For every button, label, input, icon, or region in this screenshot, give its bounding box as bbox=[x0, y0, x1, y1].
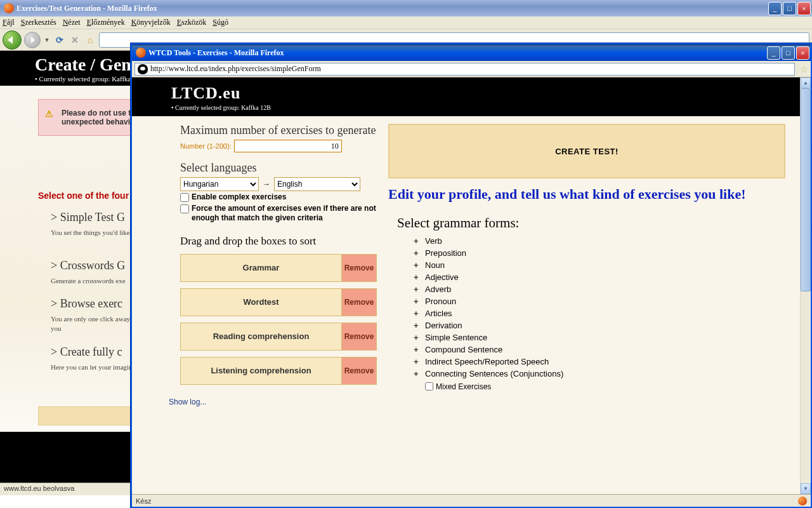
bg-option-crosswords[interactable]: > Crosswords G Generate a crosswords exe bbox=[51, 259, 126, 286]
fore-titlebar[interactable]: WTCD Tools - Exercises - Mozilla Firefox… bbox=[132, 44, 811, 61]
remove-button[interactable]: Remove bbox=[342, 289, 376, 316]
scroll-up-button[interactable]: ▲ bbox=[801, 77, 811, 88]
status-text: Kész bbox=[136, 497, 151, 505]
menu-help[interactable]: Súgó bbox=[213, 18, 228, 27]
drag-drop-label: Drag and drop the boxes to sort bbox=[180, 235, 377, 248]
firefox-icon bbox=[4, 3, 14, 13]
scroll-down-button[interactable]: ▼ bbox=[801, 483, 811, 494]
bg-select-heading: Select one of the four bbox=[38, 190, 129, 201]
minimize-button[interactable]: _ bbox=[767, 46, 780, 60]
grammar-item[interactable]: Derivation bbox=[414, 319, 785, 331]
sort-box-label: Reading comprehension bbox=[181, 323, 342, 350]
fore-url-bar[interactable]: http://www.ltcd.eu/index.php/exercises/s… bbox=[134, 63, 795, 76]
enable-complex-row[interactable]: Enable complex exercises bbox=[180, 192, 377, 203]
maximize-button[interactable]: □ bbox=[782, 46, 795, 60]
grammar-item[interactable]: Articles bbox=[414, 307, 785, 319]
grammar-item[interactable]: Verb bbox=[414, 235, 785, 247]
left-column: Maximum number of exercises to generate … bbox=[180, 124, 377, 406]
edit-profile-link[interactable]: Edit your profile, and tell us what kind… bbox=[388, 185, 785, 204]
bg-menubar[interactable]: Fájl Szerkesztés Nézet Előzmények Könyvj… bbox=[0, 17, 812, 29]
site-header: LTCD.eu Currently selected group: Kaffka… bbox=[132, 77, 811, 116]
remove-button[interactable]: Remove bbox=[342, 323, 376, 350]
close-button[interactable]: × bbox=[797, 2, 811, 15]
grammar-forms-list: VerbPrepositionNounAdjectiveAdverbPronou… bbox=[414, 235, 785, 380]
menu-view[interactable]: Nézet bbox=[63, 18, 81, 27]
stop-icon[interactable]: ✕ bbox=[69, 34, 81, 46]
sort-box[interactable]: WordtestRemove bbox=[180, 288, 377, 316]
scroll-track[interactable] bbox=[801, 88, 811, 483]
bg-titlebar[interactable]: Exercises/Test Generation - Mozilla Fire… bbox=[0, 0, 812, 17]
grammar-item[interactable]: Indirect Speech/Reported Speech bbox=[414, 356, 785, 368]
remove-button[interactable]: Remove bbox=[342, 255, 376, 281]
sort-box[interactable]: Reading comprehensionRemove bbox=[180, 323, 377, 351]
bg-window-title: Exercises/Test Generation - Mozilla Fire… bbox=[16, 4, 768, 13]
select-languages-label: Select languages bbox=[180, 161, 377, 175]
create-test-button[interactable]: CREATE TEST! bbox=[388, 124, 785, 178]
menu-bookmarks[interactable]: Könyvjelzők bbox=[131, 18, 171, 27]
max-exercises-label: Maximum number of exercises to generate bbox=[180, 124, 377, 137]
site-title: LTCD.eu bbox=[171, 84, 811, 103]
bg-option-desc: Generate a crosswords exe bbox=[51, 276, 126, 286]
nav-dropdown[interactable]: ▼ bbox=[43, 32, 51, 48]
sort-box-label: Wordtest bbox=[181, 289, 342, 316]
sort-box-label: Grammar bbox=[181, 255, 342, 281]
grammar-item[interactable]: Connecting Sentences (Conjunctions) bbox=[414, 368, 785, 380]
minimize-button[interactable]: _ bbox=[768, 2, 782, 15]
url-text: http://www.ltcd.eu/index.php/exercises/s… bbox=[150, 64, 321, 74]
grammar-item[interactable]: Simple Sentence bbox=[414, 331, 785, 344]
fore-page-content: LTCD.eu Currently selected group: Kaffka… bbox=[132, 77, 811, 494]
home-icon[interactable]: ⌂ bbox=[84, 34, 96, 46]
grammar-item[interactable]: Pronoun bbox=[414, 295, 785, 307]
bg-option-title: > Crosswords G bbox=[51, 259, 126, 272]
language-to-select[interactable]: English bbox=[274, 177, 360, 191]
favicon-icon bbox=[102, 35, 112, 45]
menu-tools[interactable]: Eszközök bbox=[177, 18, 207, 27]
menu-edit[interactable]: Szerkesztés bbox=[21, 18, 56, 27]
show-log-link[interactable]: Show log... bbox=[169, 398, 206, 406]
grammar-item[interactable]: Preposition bbox=[414, 247, 785, 259]
foreground-firefox-window: WTCD Tools - Exercises - Mozilla Firefox… bbox=[131, 43, 812, 508]
grammar-item[interactable]: Noun bbox=[414, 259, 785, 271]
language-from-select[interactable]: Hungarian bbox=[180, 177, 259, 191]
back-button[interactable] bbox=[3, 30, 22, 50]
close-button[interactable]: × bbox=[796, 46, 809, 60]
arrow-icon: → bbox=[263, 180, 270, 189]
fore-toolbar: http://www.ltcd.eu/index.php/exercises/s… bbox=[132, 61, 811, 77]
forward-button[interactable] bbox=[24, 32, 41, 48]
grammar-item[interactable]: Adverb bbox=[414, 283, 785, 295]
fore-status-bar: Kész bbox=[132, 494, 811, 507]
sort-box[interactable]: GrammarRemove bbox=[180, 254, 377, 282]
grammar-forms-title: Select grammar forms: bbox=[397, 215, 785, 231]
force-amount-checkbox[interactable] bbox=[180, 204, 189, 213]
number-input[interactable] bbox=[234, 140, 342, 152]
number-range-label: Number (1-200): bbox=[180, 142, 232, 150]
mixed-exercises-label: Mixed Exercises bbox=[436, 382, 491, 391]
scroll-thumb[interactable] bbox=[801, 88, 811, 291]
reload-icon[interactable]: ⟳ bbox=[53, 34, 66, 46]
enable-complex-checkbox[interactable] bbox=[180, 193, 189, 202]
enable-complex-label: Enable complex exercises bbox=[192, 192, 286, 203]
bookmark-star-icon[interactable]: ☆ bbox=[800, 64, 808, 74]
menu-history[interactable]: Előzmények bbox=[87, 18, 125, 27]
right-column: CREATE TEST! Edit your profile, and tell… bbox=[388, 124, 785, 406]
grammar-item[interactable]: Compound Sentence bbox=[414, 344, 785, 356]
firefox-icon bbox=[136, 48, 146, 58]
mixed-exercises-checkbox[interactable] bbox=[425, 382, 433, 391]
sort-box[interactable]: Listening comprehensionRemove bbox=[180, 357, 377, 385]
menu-file[interactable]: Fájl bbox=[3, 18, 15, 27]
sort-box-label: Listening comprehension bbox=[181, 358, 342, 384]
firefox-small-icon bbox=[798, 497, 807, 505]
remove-button[interactable]: Remove bbox=[342, 358, 376, 384]
grammar-item[interactable]: Adjective bbox=[414, 271, 785, 283]
fore-window-title: WTCD Tools - Exercises - Mozilla Firefox bbox=[148, 48, 767, 58]
selected-group: Currently selected group: Kaffka 12B bbox=[171, 104, 811, 111]
mixed-exercises-row[interactable]: Mixed Exercises bbox=[425, 382, 785, 391]
tux-favicon-icon bbox=[138, 64, 148, 74]
force-amount-row[interactable]: Force the amount of exercises even if th… bbox=[180, 204, 377, 224]
vertical-scrollbar[interactable]: ▲ ▼ bbox=[800, 77, 811, 494]
force-amount-label: Force the amount of exercises even if th… bbox=[192, 204, 377, 224]
maximize-button[interactable]: □ bbox=[783, 2, 796, 15]
